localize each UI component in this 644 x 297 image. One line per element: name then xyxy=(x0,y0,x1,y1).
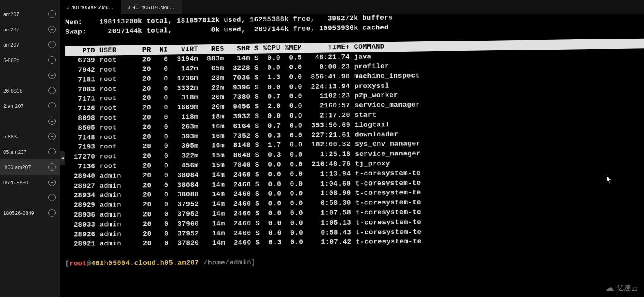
tab-1[interactable]: 401h05104.clou... xyxy=(121,0,182,14)
sidebar-item-label: .h06.am207 xyxy=(3,164,48,170)
plus-circle-icon[interactable] xyxy=(48,209,56,217)
sidebar-item-11[interactable]: 0526-8830 xyxy=(0,175,60,190)
sidebar-item-4[interactable] xyxy=(0,68,60,83)
terminal-panel: 401h05004.clou...401h05104.clou... ◀ Mem… xyxy=(60,0,644,297)
cloud-icon: ☁ xyxy=(605,283,614,293)
signal-icon xyxy=(128,5,130,10)
signal-icon xyxy=(67,5,69,10)
process-row-13: 28927 admin 20 0 38084 14m 2460 S 0.0 0.… xyxy=(65,179,421,190)
process-row-11: 7136 root 20 0 456m 15m 7840 S 0.0 0.0 2… xyxy=(65,160,390,171)
sidebar-item-label: am207 xyxy=(3,27,48,33)
plus-circle-icon[interactable] xyxy=(48,118,56,125)
tab-label: 401h05004.clou... xyxy=(72,4,113,10)
sidebar-item-label: am207 xyxy=(3,11,48,17)
session-sidebar[interactable]: am207am207am2075-882d26-883b2.am2075-883… xyxy=(0,0,60,297)
shell-prompt[interactable]: [root@401h05004.cloud.h05.am207 /home/ad… xyxy=(65,258,256,267)
sidebar-item-1[interactable]: am207 xyxy=(0,22,60,37)
plus-circle-icon[interactable] xyxy=(48,133,56,140)
plus-circle-icon[interactable] xyxy=(48,72,56,79)
terminal-output[interactable]: Mem: 198113200k total, 181857812k used, … xyxy=(60,6,644,269)
sidebar-item-10[interactable]: .h06.am207 xyxy=(0,159,60,175)
tab-label: 401h05104.clou... xyxy=(133,4,174,10)
process-row-6: 8098 root 20 0 118m 18m 3932 S 0.0 0.0 2… xyxy=(65,111,376,122)
sidebar-item-label: 5-883a xyxy=(3,134,48,140)
process-row-18: 28926 admin 20 0 37952 14m 2460 S 0.0 0.… xyxy=(65,228,421,238)
watermark: ☁ 亿速云 xyxy=(605,283,638,293)
sidebar-item-label: 180526-8849 xyxy=(3,210,48,216)
process-row-14: 28934 admin 20 0 38088 14m 2460 S 0.0 0.… xyxy=(65,189,421,200)
process-row-12: 28940 admin 20 0 38084 14m 2460 S 0.0 0.… xyxy=(65,169,421,180)
plus-circle-icon[interactable] xyxy=(48,87,56,94)
plus-circle-icon[interactable] xyxy=(48,26,56,33)
sidebar-item-8[interactable]: 5-883a xyxy=(0,129,60,144)
tab-0[interactable]: 401h05004.clou... xyxy=(60,0,121,14)
sidebar-item-6[interactable]: 2.am207 xyxy=(0,98,60,113)
process-row-8: 7148 root 20 0 393m 16m 7352 S 0.3 0.0 2… xyxy=(65,130,398,142)
process-row-16: 28936 admin 20 0 37952 14m 2460 S 0.0 0.… xyxy=(65,208,421,219)
plus-circle-icon[interactable] xyxy=(48,163,56,171)
sidebar-item-label: 05.am207 xyxy=(3,149,48,155)
plus-circle-icon[interactable] xyxy=(48,102,56,109)
plus-circle-icon[interactable] xyxy=(48,56,56,64)
watermark-text: 亿速云 xyxy=(617,283,638,293)
sidebar-item-7[interactable] xyxy=(0,113,60,129)
plus-circle-icon[interactable] xyxy=(48,10,56,18)
sidebar-item-9[interactable]: 05.am207 xyxy=(0,144,60,159)
sidebar-item-13[interactable]: 180526-8849 xyxy=(0,205,60,221)
process-row-17: 28933 admin 20 0 37960 14m 2460 S 0.0 0.… xyxy=(65,218,421,229)
sidebar-item-label: 0526-8830 xyxy=(3,179,48,186)
process-row-9: 7193 root 20 0 395m 16m 8148 S 1.7 0.0 1… xyxy=(65,140,421,151)
plus-circle-icon[interactable] xyxy=(48,194,56,201)
process-row-15: 28929 admin 20 0 37952 14m 2460 S 0.0 0.… xyxy=(65,198,421,209)
plus-circle-icon[interactable] xyxy=(48,41,56,48)
sidebar-item-label: 2.am207 xyxy=(3,103,48,109)
plus-circle-icon[interactable] xyxy=(48,179,56,186)
sidebar-item-5[interactable]: 26-883b xyxy=(0,83,60,98)
process-row-19: 28921 admin 20 0 37820 14m 2460 S 0.3 0.… xyxy=(65,238,421,248)
process-row-7: 8505 root 20 0 263m 16m 6164 S 0.7 0.0 3… xyxy=(65,121,390,132)
process-row-10: 17270 root 20 0 322m 15m 8648 S 0.3 0.0 … xyxy=(65,150,421,161)
sidebar-item-0[interactable]: am207 xyxy=(0,6,60,22)
sidebar-item-label: 26-883b xyxy=(3,88,48,94)
plus-circle-icon[interactable] xyxy=(48,148,56,155)
sidebar-item-label: am207 xyxy=(3,42,48,48)
sidebar-item-3[interactable]: 5-882d xyxy=(0,52,60,68)
sidebar-item-label: 5-882d xyxy=(3,57,48,63)
sidebar-item-12[interactable] xyxy=(0,190,60,205)
sidebar-item-2[interactable]: am207 xyxy=(0,37,60,52)
